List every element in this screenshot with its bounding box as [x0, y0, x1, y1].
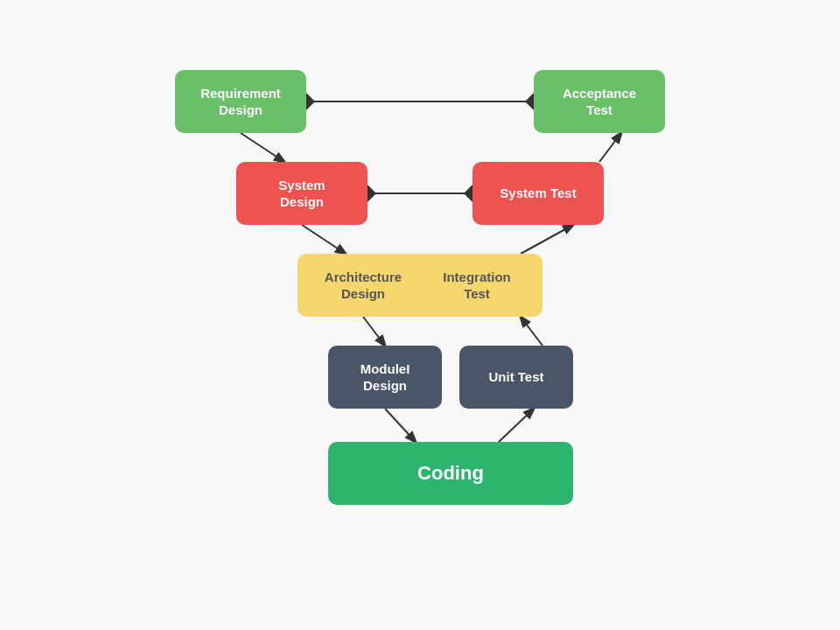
svg-line-8 — [499, 409, 534, 442]
module-design-node: ModuleIDesign — [328, 346, 442, 409]
svg-line-4 — [241, 133, 284, 162]
svg-line-9 — [521, 317, 542, 346]
architecture-design-node: ArchitectureDesign — [298, 254, 429, 317]
svg-line-6 — [363, 317, 385, 346]
svg-line-5 — [302, 225, 346, 254]
integration-test-node: IntegrationTest — [411, 254, 542, 317]
acceptance-test-node: AcceptanceTest — [534, 70, 665, 133]
unit-test-node: Unit Test — [459, 346, 573, 409]
svg-line-10 — [521, 225, 573, 254]
system-design-node: SystemDesign — [236, 162, 368, 225]
v-model-diagram: RequirementDesign AcceptanceTest SystemD… — [114, 44, 726, 586]
system-test-node: System Test — [472, 162, 604, 225]
coding-node: Coding — [328, 442, 573, 505]
requirement-design-node: RequirementDesign — [175, 70, 306, 133]
svg-line-11 — [599, 133, 621, 162]
svg-line-7 — [385, 409, 416, 442]
